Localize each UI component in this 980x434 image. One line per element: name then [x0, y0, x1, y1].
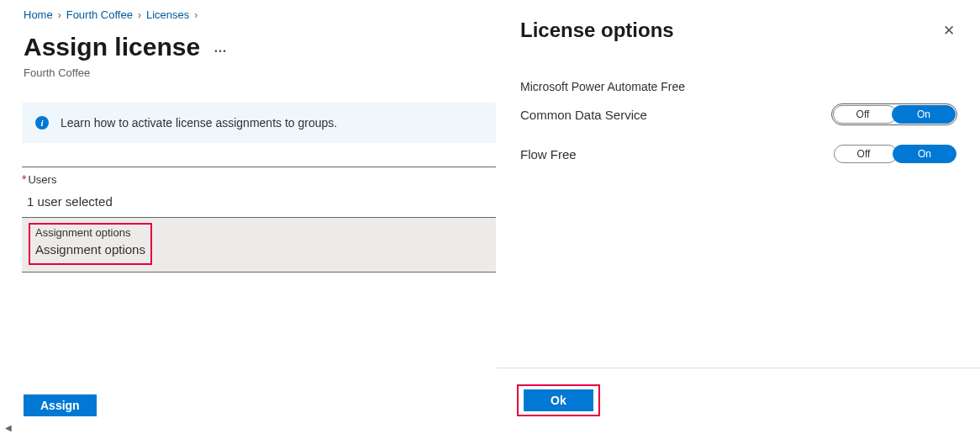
scroll-left-icon[interactable]: ◀	[5, 423, 12, 432]
panel-product-name: Microsoft Power Automate Free	[520, 80, 956, 93]
page-title: Assign license	[24, 33, 200, 61]
required-indicator: *	[22, 172, 26, 186]
breadcrumb-item-licenses[interactable]: Licenses	[146, 8, 189, 21]
assignment-options-small-label: Assignment options	[35, 226, 145, 239]
assign-button[interactable]: Assign	[24, 394, 97, 416]
info-banner-text: Learn how to activate license assignment…	[61, 116, 337, 130]
info-icon: i	[35, 116, 49, 130]
option-label-common-data-service: Common Data Service	[520, 108, 647, 122]
chevron-right-icon: ›	[58, 9, 61, 21]
toggle-on-pill[interactable]: On	[892, 105, 956, 124]
toggle-flow-free[interactable]: Off On	[834, 145, 956, 163]
chevron-right-icon: ›	[138, 9, 141, 21]
info-banner: i Learn how to activate license assignme…	[22, 103, 496, 143]
users-field-label: *Users	[22, 172, 496, 186]
close-icon[interactable]: ✕	[938, 19, 960, 43]
ok-button-highlight: Ok	[517, 384, 600, 416]
option-label-flow-free: Flow Free	[520, 147, 577, 161]
toggle-off-pill[interactable]: Off	[833, 105, 897, 124]
more-actions-icon[interactable]: …	[213, 39, 227, 56]
chevron-right-icon: ›	[194, 9, 198, 21]
left-panel: Home › Fourth Coffee › Licenses › Assign…	[0, 0, 496, 434]
panel-footer-divider	[497, 368, 980, 368]
license-options-panel: License options ✕ Microsoft Power Automa…	[496, 0, 980, 434]
users-field-value[interactable]: 1 user selected	[22, 186, 496, 209]
breadcrumb-item-home[interactable]: Home	[24, 8, 53, 21]
ok-button[interactable]: Ok	[524, 389, 593, 411]
assignment-options-label: Assignment options	[35, 239, 145, 257]
page-subtitle: Fourth Coffee	[0, 61, 496, 79]
breadcrumb: Home › Fourth Coffee › Licenses ›	[0, 7, 496, 21]
assignment-options-band[interactable]: Assignment options Assignment options	[22, 217, 496, 273]
toggle-on-pill[interactable]: On	[893, 145, 956, 163]
assignment-options-highlight: Assignment options Assignment options	[29, 223, 152, 265]
toggle-common-data-service[interactable]: Off On	[832, 104, 956, 124]
breadcrumb-item-fourth-coffee[interactable]: Fourth Coffee	[66, 8, 133, 21]
panel-title: License options	[520, 19, 674, 42]
toggle-off-pill[interactable]: Off	[834, 145, 898, 163]
